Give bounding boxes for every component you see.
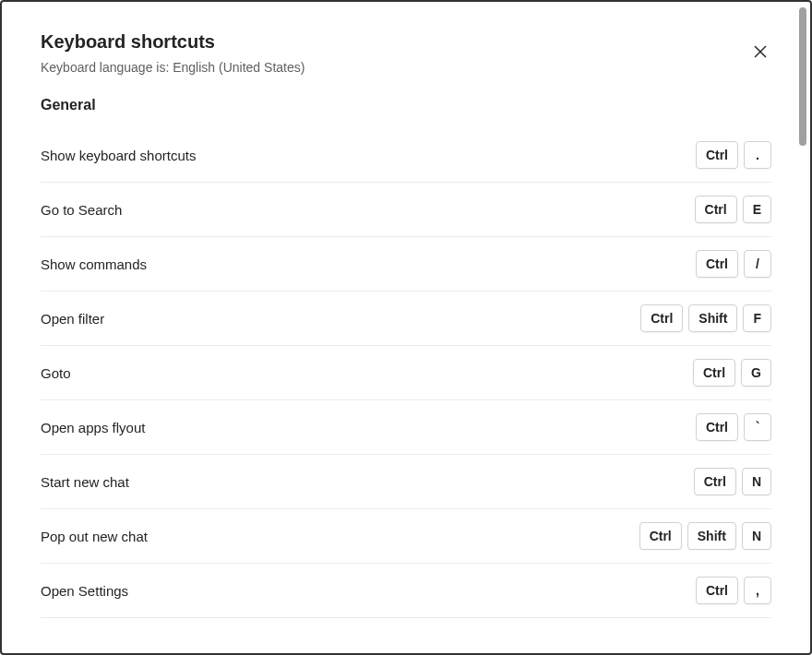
keyboard-key: Shift (688, 304, 737, 332)
shortcut-label: Pop out new chat (41, 529, 148, 544)
shortcut-row: Start new chatCtrlN (41, 455, 771, 509)
keyboard-key: N (742, 522, 771, 550)
shortcut-label: Open apps flyout (41, 420, 145, 435)
keyboard-key: Shift (687, 522, 736, 550)
shortcut-label: Show commands (41, 256, 147, 272)
shortcut-row: Go to SearchCtrlE (41, 183, 771, 237)
keyboard-key: / (744, 250, 771, 278)
keyboard-key: Ctrl (695, 196, 737, 223)
shortcut-keys: CtrlE (695, 196, 771, 223)
shortcut-label: Start new chat (41, 474, 129, 490)
shortcut-label: Go to Search (41, 202, 122, 218)
shortcut-label: Open filter (41, 311, 104, 327)
keyboard-key: Ctrl (640, 304, 683, 332)
keyboard-key: Ctrl (696, 577, 738, 604)
keyboard-key: G (741, 359, 771, 387)
dialog-content: Keyboard shortcuts Keyboard language is:… (41, 31, 771, 622)
keyboard-key: , (744, 577, 771, 604)
shortcut-row: Show commandsCtrl/ (41, 237, 771, 292)
scrollbar-thumb[interactable] (799, 7, 806, 146)
shortcut-label: Goto (41, 365, 71, 381)
shortcut-row: Open SettingsCtrl, (41, 564, 771, 618)
keyboard-key: N (742, 468, 771, 495)
shortcut-keys: CtrlG (693, 359, 771, 387)
shortcut-keys: CtrlShiftF (640, 304, 771, 332)
keyboard-key: Ctrl (696, 141, 738, 169)
shortcut-keys: Ctrl` (696, 413, 771, 441)
shortcut-keys: Ctrl, (696, 577, 771, 604)
keyboard-key: ` (744, 413, 771, 441)
keyboard-key: Ctrl (639, 522, 682, 550)
shortcut-row: Show keyboard shortcutsCtrl. (41, 128, 771, 183)
dialog-subtitle: Keyboard language is: English (United St… (41, 60, 771, 75)
shortcut-row: Open apps flyoutCtrl` (41, 400, 771, 455)
shortcut-keys: Ctrl/ (696, 250, 771, 278)
shortcut-keys: CtrlN (694, 468, 771, 495)
shortcut-keys: Ctrl. (696, 141, 771, 169)
keyboard-key: E (743, 196, 771, 223)
shortcut-label: Show keyboard shortcuts (41, 148, 196, 163)
keyboard-key: . (744, 141, 771, 169)
dialog-title: Keyboard shortcuts (41, 31, 771, 53)
shortcut-row: GotoCtrlG (41, 346, 771, 400)
keyboard-key: Ctrl (693, 359, 735, 387)
keyboard-shortcuts-dialog: Keyboard shortcuts Keyboard language is:… (2, 2, 810, 653)
shortcut-label: Open Settings (41, 583, 128, 599)
shortcut-row: Open filterCtrlShiftF (41, 292, 771, 346)
shortcuts-list: Show keyboard shortcutsCtrl.Go to Search… (41, 128, 771, 618)
keyboard-key: Ctrl (696, 413, 738, 441)
keyboard-key: F (743, 304, 771, 332)
keyboard-key: Ctrl (694, 468, 736, 495)
keyboard-key: Ctrl (696, 250, 738, 278)
section-heading-general: General (41, 97, 771, 113)
shortcut-keys: CtrlShiftN (639, 522, 771, 550)
shortcut-row: Pop out new chatCtrlShiftN (41, 509, 771, 564)
